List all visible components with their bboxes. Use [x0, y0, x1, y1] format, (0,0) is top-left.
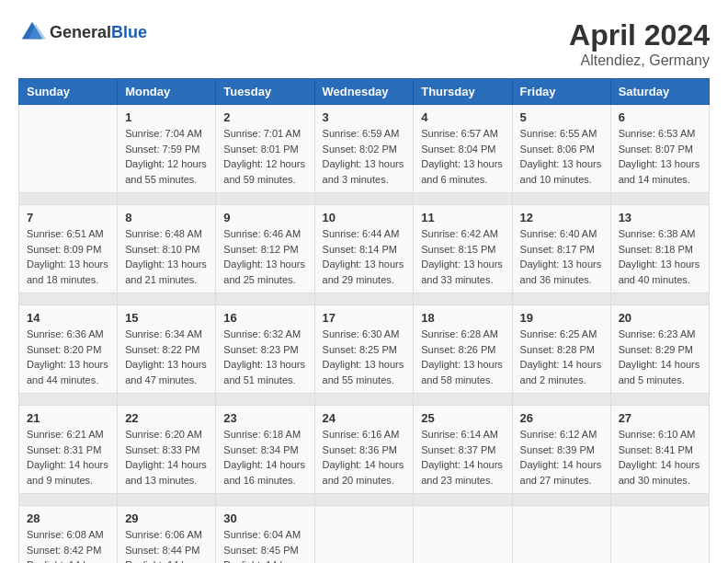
- calendar-cell: 19Sunrise: 6:25 AM Sunset: 8:28 PM Dayli…: [512, 305, 610, 394]
- calendar-cell: 1Sunrise: 7:04 AM Sunset: 7:59 PM Daylig…: [118, 105, 216, 193]
- day-info: Sunrise: 6:20 AM Sunset: 8:33 PM Dayligh…: [125, 427, 208, 488]
- week-divider: [19, 494, 710, 506]
- calendar-cell: 23Sunrise: 6:18 AM Sunset: 8:34 PM Dayli…: [216, 406, 314, 494]
- calendar-cell: 20Sunrise: 6:23 AM Sunset: 8:29 PM Dayli…: [610, 305, 709, 394]
- logo-text-general: General: [50, 23, 111, 41]
- day-info: Sunrise: 6:59 AM Sunset: 8:02 PM Dayligh…: [323, 126, 406, 187]
- day-number: 26: [520, 411, 603, 425]
- calendar-cell: 16Sunrise: 6:32 AM Sunset: 8:23 PM Dayli…: [216, 305, 314, 394]
- day-number: 6: [619, 110, 701, 124]
- calendar-cell: 4Sunrise: 6:57 AM Sunset: 8:04 PM Daylig…: [414, 105, 512, 193]
- day-info: Sunrise: 6:10 AM Sunset: 8:41 PM Dayligh…: [619, 427, 701, 488]
- subtitle: Altendiez, Germany: [569, 52, 710, 69]
- day-number: 8: [125, 211, 208, 224]
- day-number: 2: [223, 110, 306, 124]
- calendar-table: SundayMondayTuesdayWednesdayThursdayFrid…: [18, 78, 710, 563]
- day-number: 14: [27, 311, 109, 325]
- calendar-cell: 6Sunrise: 6:53 AM Sunset: 8:07 PM Daylig…: [610, 105, 709, 193]
- day-number: 29: [125, 511, 208, 525]
- day-info: Sunrise: 6:53 AM Sunset: 8:07 PM Dayligh…: [619, 126, 701, 187]
- calendar-cell: 14Sunrise: 6:36 AM Sunset: 8:20 PM Dayli…: [19, 305, 118, 394]
- day-info: Sunrise: 6:23 AM Sunset: 8:29 PM Dayligh…: [619, 327, 701, 387]
- week-divider: [19, 293, 710, 305]
- day-info: Sunrise: 6:48 AM Sunset: 8:10 PM Dayligh…: [125, 226, 208, 287]
- day-info: Sunrise: 6:36 AM Sunset: 8:20 PM Dayligh…: [27, 327, 109, 387]
- day-info: Sunrise: 6:46 AM Sunset: 8:12 PM Dayligh…: [223, 226, 306, 287]
- calendar-cell: 7Sunrise: 6:51 AM Sunset: 8:09 PM Daylig…: [19, 205, 118, 293]
- day-number: 22: [125, 411, 208, 425]
- day-number: 1: [125, 110, 208, 124]
- calendar-cell: 29Sunrise: 6:06 AM Sunset: 8:44 PM Dayli…: [118, 506, 216, 564]
- calendar-cell: 13Sunrise: 6:38 AM Sunset: 8:18 PM Dayli…: [610, 205, 709, 293]
- day-number: 9: [223, 211, 306, 224]
- day-info: Sunrise: 6:42 AM Sunset: 8:15 PM Dayligh…: [421, 226, 504, 287]
- day-info: Sunrise: 6:57 AM Sunset: 8:04 PM Dayligh…: [421, 126, 504, 187]
- calendar-week-row: 14Sunrise: 6:36 AM Sunset: 8:20 PM Dayli…: [19, 305, 710, 394]
- calendar-cell: 26Sunrise: 6:12 AM Sunset: 8:39 PM Dayli…: [512, 406, 610, 494]
- day-info: Sunrise: 6:18 AM Sunset: 8:34 PM Dayligh…: [223, 427, 306, 488]
- calendar-week-row: 21Sunrise: 6:21 AM Sunset: 8:31 PM Dayli…: [19, 406, 710, 494]
- header-monday: Monday: [118, 79, 216, 105]
- logo-icon: [18, 18, 46, 46]
- day-number: 3: [323, 110, 406, 124]
- calendar-cell: 5Sunrise: 6:55 AM Sunset: 8:06 PM Daylig…: [512, 105, 610, 193]
- day-number: 5: [520, 110, 603, 124]
- day-info: Sunrise: 7:04 AM Sunset: 7:59 PM Dayligh…: [125, 126, 208, 187]
- day-info: Sunrise: 6:51 AM Sunset: 8:09 PM Dayligh…: [27, 226, 109, 287]
- day-number: 20: [619, 311, 701, 325]
- day-info: Sunrise: 6:28 AM Sunset: 8:26 PM Dayligh…: [421, 327, 504, 387]
- calendar-week-row: 1Sunrise: 7:04 AM Sunset: 7:59 PM Daylig…: [19, 105, 710, 193]
- header-friday: Friday: [512, 79, 610, 105]
- day-number: 24: [323, 411, 406, 425]
- header-sunday: Sunday: [19, 79, 118, 105]
- main-title: April 2024: [569, 18, 710, 52]
- day-info: Sunrise: 6:08 AM Sunset: 8:42 PM Dayligh…: [27, 527, 109, 563]
- calendar-cell: 27Sunrise: 6:10 AM Sunset: 8:41 PM Dayli…: [610, 406, 709, 494]
- day-number: 23: [223, 411, 306, 425]
- header-saturday: Saturday: [610, 79, 709, 105]
- day-info: Sunrise: 6:34 AM Sunset: 8:22 PM Dayligh…: [125, 327, 208, 387]
- calendar-cell: 10Sunrise: 6:44 AM Sunset: 8:14 PM Dayli…: [314, 205, 414, 293]
- day-number: 12: [520, 211, 603, 224]
- calendar-cell: 25Sunrise: 6:14 AM Sunset: 8:37 PM Dayli…: [414, 406, 512, 494]
- calendar-cell: [610, 506, 709, 564]
- header-tuesday: Tuesday: [216, 79, 314, 105]
- calendar-cell: 11Sunrise: 6:42 AM Sunset: 8:15 PM Dayli…: [414, 205, 512, 293]
- calendar-cell: 15Sunrise: 6:34 AM Sunset: 8:22 PM Dayli…: [118, 305, 216, 394]
- calendar-cell: 24Sunrise: 6:16 AM Sunset: 8:36 PM Dayli…: [314, 406, 414, 494]
- day-number: 27: [619, 411, 701, 425]
- day-info: Sunrise: 6:38 AM Sunset: 8:18 PM Dayligh…: [619, 226, 701, 287]
- calendar-cell: 22Sunrise: 6:20 AM Sunset: 8:33 PM Dayli…: [118, 406, 216, 494]
- day-number: 25: [421, 411, 504, 425]
- calendar-cell: [414, 506, 512, 564]
- header-thursday: Thursday: [414, 79, 512, 105]
- calendar-cell: [19, 105, 118, 193]
- day-number: 18: [421, 311, 504, 325]
- calendar-week-row: 7Sunrise: 6:51 AM Sunset: 8:09 PM Daylig…: [19, 205, 710, 293]
- logo-text-blue: Blue: [111, 23, 147, 41]
- calendar-cell: 28Sunrise: 6:08 AM Sunset: 8:42 PM Dayli…: [19, 506, 118, 564]
- page-header: GeneralBlue April 2024 Altendiez, German…: [18, 18, 710, 69]
- header-wednesday: Wednesday: [314, 79, 414, 105]
- day-info: Sunrise: 6:55 AM Sunset: 8:06 PM Dayligh…: [520, 126, 603, 187]
- logo: GeneralBlue: [18, 18, 147, 46]
- day-number: 15: [125, 311, 208, 325]
- calendar-cell: 17Sunrise: 6:30 AM Sunset: 8:25 PM Dayli…: [314, 305, 414, 394]
- calendar-cell: [512, 506, 610, 564]
- day-info: Sunrise: 6:44 AM Sunset: 8:14 PM Dayligh…: [323, 226, 406, 287]
- week-divider: [19, 394, 710, 406]
- calendar-cell: 18Sunrise: 6:28 AM Sunset: 8:26 PM Dayli…: [414, 305, 512, 394]
- day-info: Sunrise: 6:32 AM Sunset: 8:23 PM Dayligh…: [223, 327, 306, 387]
- day-number: 17: [323, 311, 406, 325]
- calendar-cell: 30Sunrise: 6:04 AM Sunset: 8:45 PM Dayli…: [216, 506, 314, 564]
- day-info: Sunrise: 6:25 AM Sunset: 8:28 PM Dayligh…: [520, 327, 603, 387]
- day-number: 21: [27, 411, 109, 425]
- day-number: 10: [323, 211, 406, 224]
- calendar-cell: 3Sunrise: 6:59 AM Sunset: 8:02 PM Daylig…: [314, 105, 414, 193]
- day-number: 7: [27, 211, 109, 224]
- calendar-cell: [314, 506, 414, 564]
- day-number: 30: [223, 511, 306, 525]
- calendar-cell: 8Sunrise: 6:48 AM Sunset: 8:10 PM Daylig…: [118, 205, 216, 293]
- day-info: Sunrise: 6:21 AM Sunset: 8:31 PM Dayligh…: [27, 427, 109, 488]
- day-number: 19: [520, 311, 603, 325]
